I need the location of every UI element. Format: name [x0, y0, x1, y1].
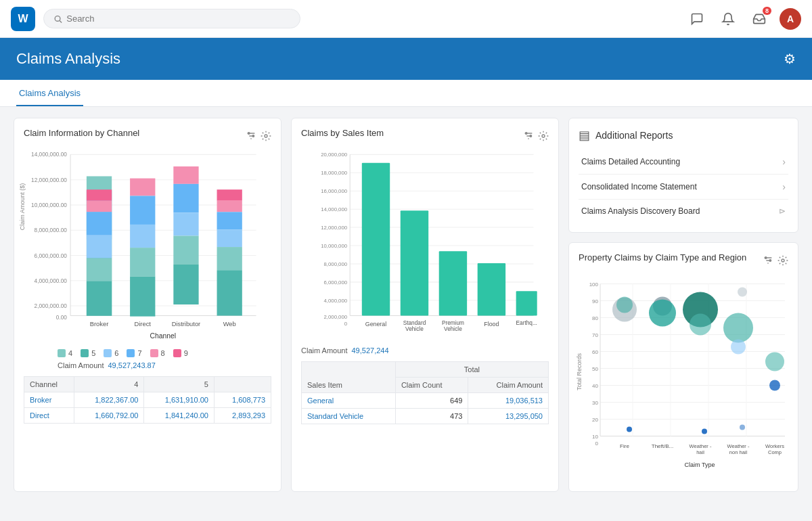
app-logo[interactable]: W: [11, 7, 35, 31]
svg-text:Web: Web: [223, 321, 236, 327]
filter-icon2[interactable]: [523, 131, 534, 141]
main-content: Claim Information by Channel Claim Amoun…: [0, 107, 812, 503]
standard-count: 473: [395, 409, 468, 424]
bar-broker-4[interactable]: [87, 281, 112, 316]
settings-icon2[interactable]: [538, 131, 549, 141]
bar-direct-6[interactable]: [130, 225, 155, 248]
chart2-claim-amount-value[interactable]: 49,527,244: [351, 346, 388, 355]
bubble-wnhail-3[interactable]: [738, 288, 747, 297]
bar-web-8[interactable]: [217, 201, 242, 212]
inbox-button[interactable]: 8: [748, 8, 770, 30]
bubble-whail-2[interactable]: [690, 314, 711, 336]
direct-col4[interactable]: 1,660,792.00: [74, 408, 144, 424]
page-title: Claims Analysis: [16, 50, 120, 68]
bar-broker-7[interactable]: [87, 212, 112, 235]
chart1-legend: 4 5 6 7 8 9: [24, 349, 271, 357]
channel-direct[interactable]: Direct: [24, 408, 74, 424]
chart3-icons[interactable]: [763, 255, 788, 266]
search-bar[interactable]: [43, 9, 300, 28]
svg-text:10: 10: [592, 434, 598, 440]
bar-broker-5[interactable]: [87, 189, 112, 201]
col-extra: [214, 377, 271, 392]
standard-amount[interactable]: 13,295,050: [468, 409, 549, 424]
bar-broker-6[interactable]: [87, 235, 112, 258]
settings-icon3[interactable]: [777, 255, 788, 266]
bubble-wnhail-4[interactable]: [740, 425, 745, 430]
svg-point-6: [252, 135, 254, 137]
bar-premium[interactable]: [439, 251, 467, 315]
svg-text:20: 20: [592, 417, 598, 423]
bubble-wnhail-1[interactable]: [723, 313, 753, 343]
right-panel: ▤ Additional Reports Claims Detailed Acc…: [568, 118, 798, 492]
chart1-icons[interactable]: [246, 131, 271, 141]
bar-broker-8[interactable]: [87, 201, 112, 212]
filter-icon3[interactable]: [763, 255, 773, 266]
bar-direct-7[interactable]: [130, 196, 155, 224]
user-avatar[interactable]: A: [780, 8, 801, 30]
bubble-wnhail-2[interactable]: [731, 340, 746, 355]
bar-dist-4[interactable]: [173, 265, 198, 304]
bar-direct-5[interactable]: [130, 248, 155, 276]
general-amount[interactable]: 19,036,513: [468, 393, 549, 409]
bubble-wc-1[interactable]: [765, 353, 784, 371]
bar-web-5[interactable]: [217, 247, 242, 270]
svg-text:50: 50: [592, 366, 598, 372]
bar-earthquake[interactable]: [516, 291, 537, 315]
bar-direct-4[interactable]: [130, 277, 155, 317]
bar-broker-5b[interactable]: [87, 258, 112, 281]
report-item-3[interactable]: Claims Analysis Discovery Board ⊳: [579, 200, 788, 223]
additional-reports-card: ▤ Additional Reports Claims Detailed Acc…: [568, 118, 798, 233]
chart3-title: Property Claims by Claim Type and Region: [579, 252, 746, 263]
item-general[interactable]: General: [302, 393, 396, 409]
bar-dist-6[interactable]: [173, 212, 198, 235]
svg-text:40: 40: [592, 383, 598, 389]
bar-standard[interactable]: [401, 210, 428, 315]
broker-col5[interactable]: 1,631,910.00: [144, 392, 215, 408]
badge: 8: [763, 7, 771, 15]
report-item-1[interactable]: Claims Detailed Accounting ›: [579, 150, 788, 175]
svg-text:Broker: Broker: [90, 321, 108, 327]
bubble-fire-3[interactable]: [627, 427, 632, 432]
notifications-button[interactable]: [717, 8, 739, 30]
bar-dist-5[interactable]: [173, 236, 198, 265]
svg-text:2,000,000.00: 2,000,000.00: [35, 303, 68, 309]
bubble-fire-2[interactable]: [616, 297, 633, 313]
bar-dist-8[interactable]: [173, 166, 198, 184]
svg-point-71: [765, 256, 767, 258]
bar-dist-7[interactable]: [173, 184, 198, 212]
broker-col6[interactable]: 1,608,773: [214, 392, 271, 408]
settings-icon[interactable]: [261, 131, 271, 141]
chart1-toolbar: Claim Information by Channel: [24, 128, 271, 143]
broker-col4[interactable]: 1,822,367.00: [74, 392, 144, 408]
filter-icon[interactable]: [246, 131, 256, 141]
svg-text:8,000,000.00: 8,000,000.00: [35, 227, 68, 233]
item-standard[interactable]: Standard Vehicle: [302, 409, 396, 424]
direct-col5[interactable]: 1,841,240.00: [144, 408, 215, 424]
bar-general[interactable]: [362, 163, 390, 316]
bubble-wc-2[interactable]: [769, 380, 780, 391]
chart1-table: Channel 4 5 Broker 1,822,367.00 1,631,91…: [24, 376, 271, 424]
bubble-theft-2[interactable]: [649, 300, 676, 327]
bar-flood[interactable]: [478, 263, 505, 316]
bar-web-7[interactable]: [217, 212, 242, 229]
direct-col6[interactable]: 2,893,293: [214, 408, 271, 424]
bar-web-4[interactable]: [217, 270, 242, 315]
search-input[interactable]: [66, 14, 290, 24]
report-item-2[interactable]: Consolidated Income Statement ›: [579, 175, 788, 200]
chart1-claim-amount-value[interactable]: 49,527,243.87: [108, 361, 155, 369]
chat-button[interactable]: [686, 8, 708, 30]
bubble-whail-3[interactable]: [702, 429, 707, 434]
chevron-right-icon2: ›: [782, 181, 786, 192]
bar-web-9[interactable]: [217, 189, 242, 201]
col-claim-amount: Claim Amount: [468, 378, 549, 393]
svg-point-38: [542, 135, 545, 137]
svg-text:Vehicle: Vehicle: [444, 326, 462, 332]
chart3-yaxis-label: Total Records: [576, 353, 583, 390]
page-settings-icon[interactable]: ⚙: [784, 51, 796, 67]
chart2-icons[interactable]: [523, 131, 549, 141]
tab-claims-analysis[interactable]: Claims Analysis: [16, 80, 83, 106]
bar-direct-8[interactable]: [130, 179, 155, 196]
svg-text:30: 30: [592, 400, 598, 406]
channel-broker[interactable]: Broker: [24, 392, 74, 408]
bar-web-6[interactable]: [217, 229, 242, 247]
